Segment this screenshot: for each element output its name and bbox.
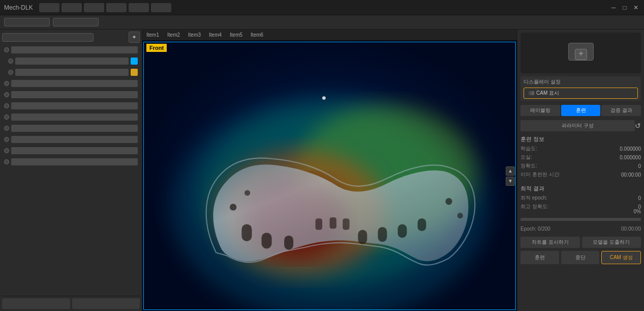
status-row: Epoch: 0/200 00:00:00 xyxy=(520,226,641,232)
layer-radio xyxy=(4,92,9,97)
layer-bar xyxy=(11,136,138,143)
list-item[interactable] xyxy=(2,78,140,89)
info-row-time: 이미 훈련된 시간: 00:00:00 xyxy=(520,171,641,178)
svg-point-17 xyxy=(244,190,250,195)
titlebar-btn-4[interactable] xyxy=(106,3,127,12)
reset-icon[interactable]: ↺ xyxy=(635,122,641,130)
titlebar-btn-2[interactable] xyxy=(62,3,82,12)
layer-radio xyxy=(4,103,9,108)
info-value-time: 00:00:00 xyxy=(621,172,641,178)
tab-training[interactable]: 훈련 xyxy=(561,105,601,116)
list-item[interactable] xyxy=(2,45,140,55)
train-button[interactable]: 훈련 xyxy=(520,251,559,264)
list-item[interactable] xyxy=(2,134,140,145)
layer-radio xyxy=(4,81,9,86)
layer-color-cyan xyxy=(131,58,138,65)
layer-bar xyxy=(11,80,138,87)
layer-bar xyxy=(11,46,138,53)
viewport-toolbar-item-1[interactable]: Item1 xyxy=(146,32,159,38)
progress-bar xyxy=(520,218,641,221)
tab-validation[interactable]: 검증 결과 xyxy=(601,105,641,116)
list-item[interactable] xyxy=(2,56,140,66)
cam-generate-button[interactable]: CAM 생성 xyxy=(601,251,641,264)
svg-rect-8 xyxy=(284,236,293,250)
info-row-best-acc: 최고 정확도: 0 xyxy=(520,203,641,210)
viewport-toolbar-item-2[interactable]: Item2 xyxy=(167,32,180,38)
list-item[interactable] xyxy=(2,123,140,133)
display-section: 디스플레이 설정 CAM 표시 xyxy=(520,76,641,101)
nav-down-btn[interactable]: ▼ xyxy=(506,177,515,186)
info-value-lr: 0.000000 xyxy=(620,146,641,152)
window-controls: ─ □ ✕ xyxy=(609,4,640,12)
titlebar-btn-5[interactable] xyxy=(129,3,149,12)
info-value-best-epoch: 0 xyxy=(638,195,641,201)
cam-display-label: CAM 표시 xyxy=(536,90,559,97)
svg-rect-15 xyxy=(343,218,349,230)
main-toolbar xyxy=(0,15,644,30)
tab-labeling[interactable]: 레이블링 xyxy=(520,105,560,116)
viewport-toolbar-item-3[interactable]: Item3 xyxy=(188,32,201,38)
list-item[interactable] xyxy=(2,112,140,122)
layer-radio xyxy=(8,70,13,75)
viewport-toolbar: Item1 Item2 Item3 Item4 Item5 Item6 xyxy=(142,30,517,41)
left-panel-action-1[interactable] xyxy=(2,298,70,309)
center-viewport: Item1 Item2 Item3 Item4 Item5 Item6 Fron… xyxy=(142,30,517,311)
list-item[interactable] xyxy=(2,146,140,156)
progress-container: 0% xyxy=(520,216,641,223)
viewport-toolbar-item-4[interactable]: Item4 xyxy=(209,32,222,38)
list-item[interactable] xyxy=(2,67,140,77)
left-panel-header: ✦ xyxy=(2,32,140,43)
left-panel-body xyxy=(2,45,140,294)
layer-radio xyxy=(4,47,9,52)
layer-bar xyxy=(11,147,138,154)
panel-icon-btn[interactable]: ✦ xyxy=(129,32,140,43)
titlebar: Mech-DLK ─ □ ✕ xyxy=(0,0,644,15)
viewport-toolbar-item-6[interactable]: Item6 xyxy=(251,32,263,38)
param-config-button[interactable]: 파라미터 구성 xyxy=(520,120,635,131)
list-item[interactable] xyxy=(2,90,140,100)
layer-bar xyxy=(15,58,129,65)
svg-rect-9 xyxy=(358,230,367,244)
minimize-button[interactable]: ─ xyxy=(609,4,618,12)
titlebar-btn-3[interactable] xyxy=(84,3,104,12)
display-section-title: 디스플레이 설정 xyxy=(524,78,638,86)
nav-up-btn[interactable]: ▲ xyxy=(506,166,515,176)
info-value-loss: 0.000000 xyxy=(620,155,641,160)
param-section: 파라미터 구성 ↺ xyxy=(520,120,641,131)
svg-point-19 xyxy=(457,213,463,218)
model-export-button[interactable]: 모델을 도출하기 xyxy=(582,237,641,248)
mini-preview xyxy=(520,33,641,73)
info-key-lr: 학습도: xyxy=(520,145,537,152)
heatmap-visualization xyxy=(142,41,517,311)
final-row: 훈련 중단 CAM 생성 xyxy=(520,251,641,264)
svg-point-20 xyxy=(322,96,326,100)
cam-display-button[interactable]: CAM 표시 xyxy=(524,88,638,99)
chart-display-button[interactable]: 차트를 표시하기 xyxy=(520,237,580,248)
list-item[interactable] xyxy=(2,157,140,167)
right-panel: 디스플레이 설정 CAM 표시 레이블링 훈련 검증 결과 파라미터 구성 ↺ … xyxy=(517,30,644,311)
info-key-best-acc: 최고 정확도: xyxy=(520,203,549,210)
svg-point-18 xyxy=(445,198,452,205)
titlebar-btn-6[interactable] xyxy=(151,3,171,12)
layer-bar xyxy=(11,125,138,132)
layer-bar xyxy=(11,158,138,165)
maximize-button[interactable]: □ xyxy=(621,4,629,12)
left-panel-action-2[interactable] xyxy=(72,298,140,309)
titlebar-btn-1[interactable] xyxy=(39,3,59,12)
viewport-toolbar-item-5[interactable]: Item5 xyxy=(230,32,242,38)
close-button[interactable]: ✕ xyxy=(632,4,640,12)
svg-rect-7 xyxy=(262,233,272,248)
toolbar-input-2[interactable] xyxy=(53,18,99,26)
stop-button[interactable]: 중단 xyxy=(561,251,600,264)
layer-search-input[interactable] xyxy=(2,33,94,42)
info-value-acc: 0 xyxy=(638,163,641,169)
status-time: 00:00:00 xyxy=(621,226,641,232)
svg-rect-10 xyxy=(378,227,387,242)
layer-bar xyxy=(15,69,129,76)
svg-point-16 xyxy=(230,204,236,210)
training-info-section: 훈련 정보 학습도: 0.000000 오실: 0.000000 정확도: 0 … xyxy=(520,135,641,180)
cam-icon xyxy=(528,91,534,95)
list-item[interactable] xyxy=(2,101,140,111)
info-row-best-epoch: 최적 epoch: 0 xyxy=(520,194,641,202)
toolbar-input-1[interactable] xyxy=(4,18,50,26)
